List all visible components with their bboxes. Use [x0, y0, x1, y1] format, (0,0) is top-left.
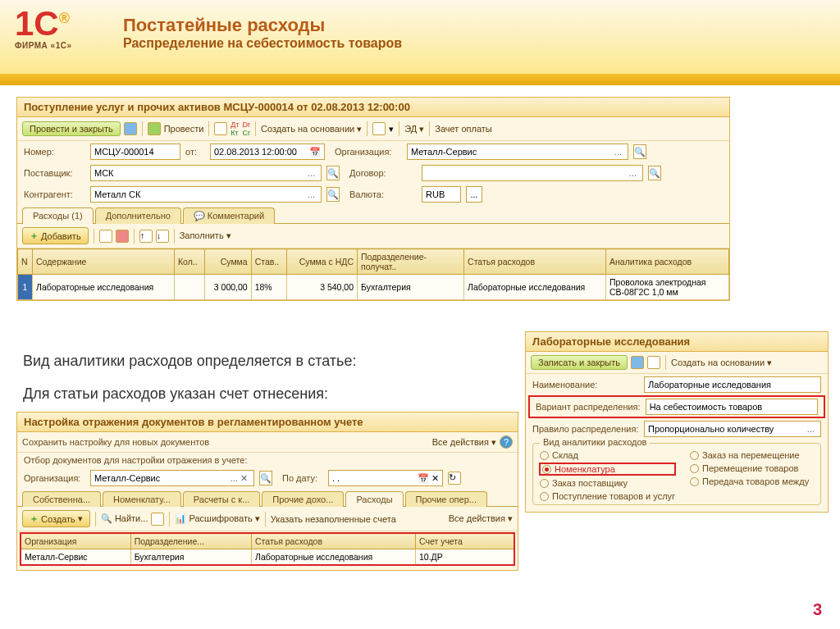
- save-close-button[interactable]: Записать и закрыть: [531, 355, 628, 370]
- contract-input[interactable]: ...: [422, 165, 643, 181]
- unfilled-button[interactable]: Указать незаполненные счета: [271, 514, 396, 524]
- supplier-search-icon[interactable]: 🔍: [326, 166, 340, 180]
- col-rate[interactable]: Став..: [251, 249, 287, 275]
- slide-text-2: Для статьи расходов указан счет отнесени…: [23, 385, 328, 403]
- col-sum[interactable]: Сумма: [205, 249, 252, 275]
- col-n[interactable]: N: [18, 249, 33, 275]
- lbl-cfg-date: По дату:: [282, 473, 323, 483]
- slide-title-2: Распределение на себестоимость товаров: [123, 36, 402, 51]
- tab-nomen[interactable]: Номенклату...: [103, 491, 181, 507]
- cfg-table-row[interactable]: Металл-Сервис Бухгалтерия Лабораторные и…: [21, 549, 514, 565]
- help-icon[interactable]: ?: [500, 435, 513, 449]
- find-button[interactable]: 🔍 Найти...: [101, 513, 148, 524]
- tab-prochie-doh[interactable]: Прочие дохо...: [262, 491, 344, 507]
- cfg-date-input[interactable]: . .📅 ✕: [328, 470, 443, 486]
- lbl-ot: от:: [185, 147, 205, 157]
- list-icon[interactable]: [647, 356, 660, 369]
- copy-icon[interactable]: [99, 230, 112, 243]
- currency-dots[interactable]: ...: [466, 186, 482, 203]
- contract-search-icon[interactable]: 🔍: [648, 166, 661, 180]
- tab-raschety[interactable]: Расчеты с к...: [183, 491, 261, 507]
- col-qty[interactable]: Кол..: [174, 249, 204, 275]
- save-icon[interactable]: [124, 122, 137, 135]
- col-sum-nds[interactable]: Сумма с НДС: [287, 249, 358, 275]
- radio-sklad[interactable]: Склад: [540, 450, 675, 460]
- rule-input[interactable]: Пропорционально количеству...: [644, 421, 821, 437]
- clear-icon[interactable]: [151, 513, 164, 526]
- add-button[interactable]: ＋ Добавить: [22, 227, 89, 244]
- provesti-label[interactable]: Провести: [164, 124, 204, 134]
- article-title: Лабораторные исследования: [526, 332, 828, 352]
- create-based-button[interactable]: Создать на основании ▾: [671, 358, 772, 368]
- refresh-icon[interactable]: ↻: [448, 472, 461, 485]
- col-article[interactable]: Статья расходов: [464, 249, 606, 275]
- table-row[interactable]: 1 Лабораторные исследования 3 000,00 18%…: [18, 275, 729, 300]
- decode-button[interactable]: 📊 Расшифровать ▾: [175, 513, 259, 524]
- tab-dopolnitelno[interactable]: Дополнительно: [95, 207, 181, 224]
- tab-rashody-cfg[interactable]: Расходы: [345, 491, 403, 507]
- lbl-org: Организация:: [335, 147, 402, 157]
- provesti-close-button[interactable]: Провести и закрыть: [22, 121, 121, 136]
- variant-input[interactable]: На себестоимость товаров: [646, 399, 818, 415]
- doc-tabs: Расходы (1) Дополнительно 💬Комментарий: [17, 207, 729, 224]
- document-window: Поступление услуг и прочих активов МСЦУ-…: [16, 97, 730, 301]
- org-input[interactable]: Металл-Сервис...: [407, 144, 628, 160]
- create-based-button[interactable]: Создать на основании ▾: [261, 124, 362, 134]
- radio-peremeshchenie[interactable]: Перемещение товаров: [690, 463, 809, 473]
- radio-zakaz-post[interactable]: Заказ поставщику: [540, 478, 675, 488]
- date-input[interactable]: 02.08.2013 12:00:00 📅: [210, 144, 325, 160]
- currency-input[interactable]: RUB: [422, 186, 461, 203]
- col-dept[interactable]: Подразделение-получат..: [358, 249, 464, 275]
- zachet-button[interactable]: Зачет оплаты: [435, 124, 491, 134]
- radio-nomenklatura[interactable]: Номенклатура: [540, 463, 675, 475]
- cell-sum: 3 000,00: [205, 275, 252, 300]
- org-search-icon[interactable]: 🔍: [633, 144, 646, 159]
- slide-title-1: Постатейные расходы: [123, 15, 402, 36]
- delete-icon[interactable]: [116, 230, 129, 243]
- group-label: Вид аналитики расходов: [540, 437, 650, 447]
- cfg-org-search-icon[interactable]: 🔍: [259, 471, 272, 485]
- provesti-icon[interactable]: [148, 122, 161, 135]
- fill-button[interactable]: Заполнить ▾: [180, 230, 231, 241]
- config-table: Организация Подразделение... Статья расх…: [21, 533, 514, 565]
- save-config-label[interactable]: Сохранить настройку для новых документов: [22, 437, 209, 447]
- lbl-supplier: Поставщик:: [24, 168, 85, 178]
- supplier-input[interactable]: МСК...: [90, 165, 322, 181]
- cfg-cell-article: Лабораторные исследования: [252, 549, 416, 565]
- up-icon[interactable]: ↑: [139, 230, 153, 243]
- contragent-search-icon[interactable]: 🔍: [326, 187, 340, 202]
- radio-postuplenie[interactable]: Поступление товаров и услуг: [540, 491, 675, 501]
- lbl-name: Наименование:: [532, 380, 639, 390]
- col-analytics[interactable]: Аналитика расходов: [606, 249, 729, 275]
- all-actions-2[interactable]: Все действия ▾: [449, 513, 513, 524]
- save-icon[interactable]: [631, 356, 644, 369]
- tab-own[interactable]: Собственна...: [22, 491, 101, 507]
- tab-comment[interactable]: 💬Комментарий: [183, 207, 275, 224]
- cfg-col-org[interactable]: Организация: [21, 534, 131, 549]
- contragent-input[interactable]: Металл СК...: [90, 186, 322, 203]
- col-content[interactable]: Содержание: [33, 249, 175, 275]
- name-input[interactable]: Лабораторные исследования: [644, 376, 821, 393]
- cell-sum-nds: 3 540,00: [287, 275, 358, 300]
- radio-zakaz-perem[interactable]: Заказ на перемещение: [690, 450, 809, 460]
- ed-button[interactable]: ЭД ▾: [404, 124, 424, 134]
- cell-dept: Бухгалтерия: [358, 275, 464, 300]
- cfg-col-dept[interactable]: Подразделение...: [130, 534, 251, 549]
- tab-prochie-oper[interactable]: Прочие опер...: [405, 491, 487, 507]
- number-input[interactable]: МСЦУ-000014: [90, 144, 180, 160]
- print-icon[interactable]: [372, 122, 386, 135]
- cell-analytics: Проволока электродная СВ-08Г2С 1,0 мм: [606, 275, 729, 300]
- logo-sub: ФИРМА «1С»: [15, 41, 89, 50]
- cfg-col-account[interactable]: Счет учета: [416, 534, 514, 549]
- cell-article: Лабораторные исследования: [464, 275, 606, 300]
- tab-rashody[interactable]: Расходы (1): [22, 207, 94, 224]
- lbl-rule: Правило распределения:: [532, 424, 639, 434]
- cfg-org-input[interactable]: Металл-Сервис... ✕: [90, 470, 254, 486]
- create-button[interactable]: ＋ Создать ▾: [22, 510, 90, 527]
- all-actions-button[interactable]: Все действия ▾: [432, 437, 496, 448]
- radio-peredacha[interactable]: Передача товаров между: [690, 476, 809, 486]
- down-icon[interactable]: ↓: [156, 230, 169, 243]
- cfg-col-article[interactable]: Статья расходов: [252, 534, 416, 549]
- lbl-variant: Вариант распределения:: [536, 402, 641, 412]
- dtct-icon[interactable]: [214, 122, 227, 135]
